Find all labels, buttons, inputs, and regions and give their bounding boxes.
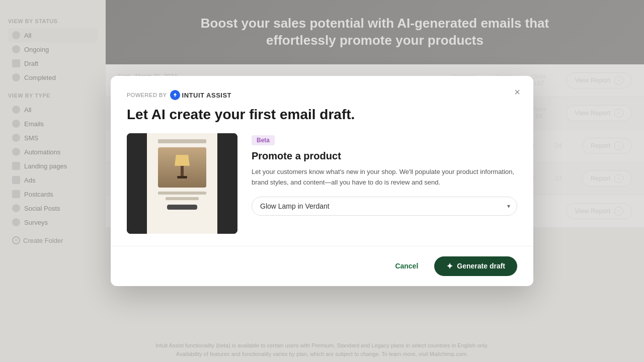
lamp-shape (175, 155, 190, 180)
modal-overlay: × POWERED BY Intuit Assist Let AI create… (0, 0, 644, 362)
intuit-logo: Intuit Assist (170, 90, 231, 100)
modal-body: Beta Promote a product Let your customer… (111, 133, 533, 234)
preview-sidebar-left (127, 133, 147, 234)
preview-content (147, 133, 217, 234)
modal-close-button[interactable]: × (509, 84, 525, 100)
lamp-visual (158, 147, 206, 188)
generate-draft-button[interactable]: ✦ Generate draft (434, 256, 517, 276)
modal-title: Let AI create your first email draft. (127, 106, 517, 123)
powered-by-label: POWERED BY (127, 92, 167, 98)
beta-badge: Beta (252, 135, 275, 145)
ai-email-modal: × POWERED BY Intuit Assist Let AI create… (111, 76, 533, 286)
modal-footer: Cancel ✦ Generate draft (111, 246, 533, 286)
preview-header-bar (158, 139, 206, 143)
modal-right-content: Beta Promote a product Let your customer… (252, 133, 517, 216)
preview-sidebar-right (217, 133, 237, 234)
lamp-body (181, 166, 184, 176)
preview-lamp-image (158, 147, 206, 188)
cancel-button[interactable]: Cancel (387, 258, 426, 274)
product-dropdown-wrapper: Glow Lamp in Verdant Classic Table Lamp … (252, 197, 517, 216)
preview-text-line-2 (166, 197, 199, 200)
intuit-icon (170, 90, 180, 100)
feature-title: Promote a product (252, 150, 517, 162)
email-preview-image (127, 133, 237, 234)
intuit-assist-label: Intuit Assist (182, 92, 231, 99)
lamp-shade (175, 155, 190, 166)
preview-text-line-1 (158, 192, 206, 195)
preview-cta-button (167, 205, 197, 210)
generate-icon: ✦ (446, 261, 453, 271)
lamp-base (177, 176, 187, 178)
product-dropdown[interactable]: Glow Lamp in Verdant Classic Table Lamp … (252, 197, 517, 216)
generate-label: Generate draft (457, 262, 505, 270)
feature-description: Let your customers know what's new in yo… (252, 167, 517, 188)
modal-header: POWERED BY Intuit Assist Let AI create y… (111, 76, 533, 133)
powered-by-section: POWERED BY Intuit Assist (127, 90, 517, 100)
